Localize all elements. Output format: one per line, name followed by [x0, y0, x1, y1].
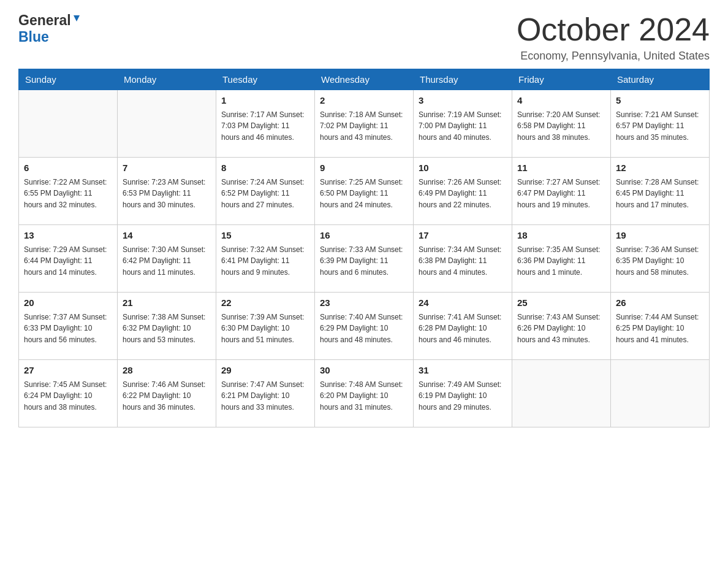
week-row-1: 1Sunrise: 7:17 AM Sunset: 7:03 PM Daylig… — [19, 90, 710, 158]
week-row-4: 20Sunrise: 7:37 AM Sunset: 6:33 PM Dayli… — [19, 293, 710, 360]
day-info: Sunrise: 7:41 AM Sunset: 6:28 PM Dayligh… — [419, 312, 507, 346]
day-number: 28 — [123, 364, 211, 378]
calendar-cell-3-1: 21Sunrise: 7:38 AM Sunset: 6:32 PM Dayli… — [118, 293, 216, 360]
day-number: 6 — [24, 161, 112, 175]
day-info: Sunrise: 7:19 AM Sunset: 7:00 PM Dayligh… — [419, 109, 507, 144]
month-title: October 2024 — [517, 12, 710, 47]
calendar-cell-2-5: 18Sunrise: 7:35 AM Sunset: 6:36 PM Dayli… — [512, 225, 611, 293]
calendar-cell-2-3: 16Sunrise: 7:33 AM Sunset: 6:39 PM Dayli… — [315, 225, 414, 293]
day-number: 21 — [123, 296, 211, 310]
day-info: Sunrise: 7:47 AM Sunset: 6:21 PM Dayligh… — [221, 379, 309, 413]
day-info: Sunrise: 7:44 AM Sunset: 6:25 PM Dayligh… — [616, 312, 704, 346]
day-info: Sunrise: 7:28 AM Sunset: 6:45 PM Dayligh… — [616, 177, 704, 211]
day-info: Sunrise: 7:25 AM Sunset: 6:50 PM Dayligh… — [320, 177, 408, 211]
day-info: Sunrise: 7:26 AM Sunset: 6:49 PM Dayligh… — [419, 177, 507, 211]
day-number: 5 — [616, 94, 704, 108]
day-number: 8 — [221, 161, 309, 175]
calendar-cell-1-0: 6Sunrise: 7:22 AM Sunset: 6:55 PM Daylig… — [19, 158, 118, 225]
calendar-cell-2-2: 15Sunrise: 7:32 AM Sunset: 6:41 PM Dayli… — [216, 225, 315, 293]
calendar-cell-0-3: 2Sunrise: 7:18 AM Sunset: 7:02 PM Daylig… — [315, 90, 414, 158]
day-number: 12 — [616, 161, 704, 175]
day-number: 7 — [123, 161, 211, 175]
day-number: 13 — [24, 229, 112, 243]
day-info: Sunrise: 7:29 AM Sunset: 6:44 PM Dayligh… — [24, 244, 112, 278]
calendar-cell-4-1: 28Sunrise: 7:46 AM Sunset: 6:22 PM Dayli… — [118, 360, 216, 427]
day-info: Sunrise: 7:21 AM Sunset: 6:57 PM Dayligh… — [616, 109, 704, 144]
calendar-cell-4-4: 31Sunrise: 7:49 AM Sunset: 6:19 PM Dayli… — [414, 360, 512, 427]
day-number: 22 — [221, 296, 309, 310]
calendar-cell-1-6: 12Sunrise: 7:28 AM Sunset: 6:45 PM Dayli… — [611, 158, 710, 225]
col-thursday: Thursday — [414, 69, 512, 90]
day-number: 16 — [320, 229, 408, 243]
calendar-cell-1-1: 7Sunrise: 7:23 AM Sunset: 6:53 PM Daylig… — [118, 158, 216, 225]
day-number: 23 — [320, 296, 408, 310]
day-info: Sunrise: 7:20 AM Sunset: 6:58 PM Dayligh… — [517, 109, 605, 144]
calendar-header-row: Sunday Monday Tuesday Wednesday Thursday… — [19, 69, 710, 90]
day-number: 27 — [24, 364, 112, 378]
calendar-cell-3-2: 22Sunrise: 7:39 AM Sunset: 6:30 PM Dayli… — [216, 293, 315, 360]
logo-triangle-icon — [72, 14, 81, 25]
calendar-table: Sunday Monday Tuesday Wednesday Thursday… — [18, 69, 710, 427]
calendar-cell-0-6: 5Sunrise: 7:21 AM Sunset: 6:57 PM Daylig… — [611, 90, 710, 158]
calendar-cell-2-0: 13Sunrise: 7:29 AM Sunset: 6:44 PM Dayli… — [19, 225, 118, 293]
day-info: Sunrise: 7:36 AM Sunset: 6:35 PM Dayligh… — [616, 244, 704, 278]
day-number: 3 — [419, 94, 507, 108]
day-number: 15 — [221, 229, 309, 243]
day-number: 29 — [221, 364, 309, 378]
calendar-cell-3-0: 20Sunrise: 7:37 AM Sunset: 6:33 PM Dayli… — [19, 293, 118, 360]
calendar-cell-0-4: 3Sunrise: 7:19 AM Sunset: 7:00 PM Daylig… — [414, 90, 512, 158]
calendar-cell-3-4: 24Sunrise: 7:41 AM Sunset: 6:28 PM Dayli… — [414, 293, 512, 360]
logo-general: General — [18, 12, 71, 29]
day-info: Sunrise: 7:46 AM Sunset: 6:22 PM Dayligh… — [123, 379, 211, 413]
col-tuesday: Tuesday — [216, 69, 315, 90]
day-number: 10 — [419, 161, 507, 175]
day-info: Sunrise: 7:22 AM Sunset: 6:55 PM Dayligh… — [24, 177, 112, 211]
day-number: 20 — [24, 296, 112, 310]
calendar-cell-0-0 — [19, 90, 118, 158]
day-number: 26 — [616, 296, 704, 310]
calendar-cell-3-6: 26Sunrise: 7:44 AM Sunset: 6:25 PM Dayli… — [611, 293, 710, 360]
day-info: Sunrise: 7:39 AM Sunset: 6:30 PM Dayligh… — [221, 312, 309, 346]
day-info: Sunrise: 7:24 AM Sunset: 6:52 PM Dayligh… — [221, 177, 309, 211]
col-sunday: Sunday — [19, 69, 118, 90]
day-number: 11 — [517, 161, 605, 175]
day-info: Sunrise: 7:40 AM Sunset: 6:29 PM Dayligh… — [320, 312, 408, 346]
day-number: 18 — [517, 229, 605, 243]
week-row-3: 13Sunrise: 7:29 AM Sunset: 6:44 PM Dayli… — [19, 225, 710, 293]
day-info: Sunrise: 7:38 AM Sunset: 6:32 PM Dayligh… — [123, 312, 211, 346]
calendar-cell-3-5: 25Sunrise: 7:43 AM Sunset: 6:26 PM Dayli… — [512, 293, 611, 360]
day-number: 9 — [320, 161, 408, 175]
day-number: 2 — [320, 94, 408, 108]
day-number: 31 — [419, 364, 507, 378]
calendar-cell-2-1: 14Sunrise: 7:30 AM Sunset: 6:42 PM Dayli… — [118, 225, 216, 293]
calendar-cell-0-5: 4Sunrise: 7:20 AM Sunset: 6:58 PM Daylig… — [512, 90, 611, 158]
day-number: 1 — [221, 94, 309, 108]
day-info: Sunrise: 7:48 AM Sunset: 6:20 PM Dayligh… — [320, 379, 408, 413]
col-wednesday: Wednesday — [315, 69, 414, 90]
day-info: Sunrise: 7:34 AM Sunset: 6:38 PM Dayligh… — [419, 244, 507, 278]
calendar-cell-2-4: 17Sunrise: 7:34 AM Sunset: 6:38 PM Dayli… — [414, 225, 512, 293]
logo-blue: Blue — [18, 29, 49, 45]
col-saturday: Saturday — [611, 69, 710, 90]
calendar-cell-0-1 — [118, 90, 216, 158]
calendar-cell-4-5 — [512, 360, 611, 427]
calendar-cell-3-3: 23Sunrise: 7:40 AM Sunset: 6:29 PM Dayli… — [315, 293, 414, 360]
day-number: 25 — [517, 296, 605, 310]
day-info: Sunrise: 7:17 AM Sunset: 7:03 PM Dayligh… — [221, 109, 309, 144]
day-info: Sunrise: 7:43 AM Sunset: 6:26 PM Dayligh… — [517, 312, 605, 346]
day-number: 17 — [419, 229, 507, 243]
calendar-cell-4-6 — [611, 360, 710, 427]
day-number: 24 — [419, 296, 507, 310]
day-info: Sunrise: 7:33 AM Sunset: 6:39 PM Dayligh… — [320, 244, 408, 278]
day-number: 19 — [616, 229, 704, 243]
day-number: 4 — [517, 94, 605, 108]
col-friday: Friday — [512, 69, 611, 90]
day-info: Sunrise: 7:49 AM Sunset: 6:19 PM Dayligh… — [419, 379, 507, 413]
calendar-cell-2-6: 19Sunrise: 7:36 AM Sunset: 6:35 PM Dayli… — [611, 225, 710, 293]
day-info: Sunrise: 7:32 AM Sunset: 6:41 PM Dayligh… — [221, 244, 309, 278]
day-info: Sunrise: 7:35 AM Sunset: 6:36 PM Dayligh… — [517, 244, 605, 278]
calendar-cell-1-2: 8Sunrise: 7:24 AM Sunset: 6:52 PM Daylig… — [216, 158, 315, 225]
svg-marker-0 — [74, 15, 80, 21]
calendar-cell-1-4: 10Sunrise: 7:26 AM Sunset: 6:49 PM Dayli… — [414, 158, 512, 225]
day-info: Sunrise: 7:18 AM Sunset: 7:02 PM Dayligh… — [320, 109, 408, 144]
